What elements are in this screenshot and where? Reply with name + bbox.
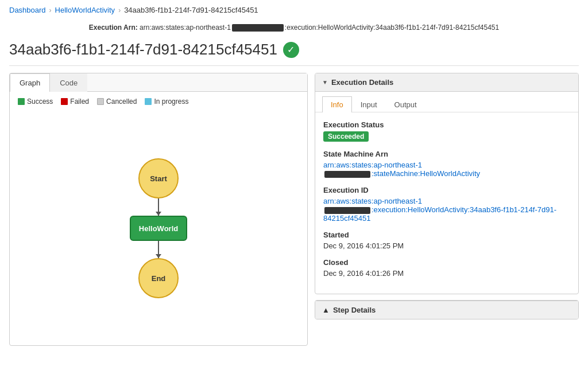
started-value: Dec 9, 2016 4:01:25 PM [323,241,570,250]
legend-failed-box [61,98,68,105]
legend-cancelled-label: Cancelled [106,98,137,106]
success-check-icon: ✓ [283,42,299,58]
execution-id-label: Execution ID [323,186,570,194]
arn-suffix: :execution:HelloWorldActivity:34aab3f6-f… [285,24,499,32]
step-details-title: Step Details [333,306,376,314]
arn-label: Execution Arn: [89,24,138,32]
closed-value: Dec 9, 2016 4:01:26 PM [323,269,570,278]
breadcrumb-sep-2: › [118,6,121,14]
graph-tab-bar: Graph Code [10,73,307,92]
arrow-action-to-end [158,241,159,258]
state-machine-arn-value: arn:aws:states:ap-northeast-1 :stateMach… [323,161,570,178]
legend-inprogress-box [145,98,152,105]
legend-failed: Failed [61,98,89,106]
graph-legend: Success Failed Cancelled In progress [10,92,307,111]
breadcrumb-hello-world-activity[interactable]: HelloWorldActivity [55,6,115,14]
detail-tabs: Info Input Output [315,92,578,112]
step-collapse-triangle-icon[interactable]: ▲ [322,306,330,314]
node-hello-world: HelloWorld [130,216,187,241]
main-layout: Graph Code Success Failed Cancelled In p… [0,66,588,353]
node-end: End [138,258,179,298]
execution-status-label: Execution Status [323,120,570,129]
breadcrumb-sep-1: › [49,6,52,14]
execution-id-value: arn:aws:states:ap-northeast-1 :execution… [323,197,570,223]
execution-details-section: ▼ Execution Details Info Input Output Ex… [315,73,579,294]
legend-success-label: Success [27,98,53,106]
legend-success-box [18,98,25,105]
execution-id-mid: 1 [418,197,422,205]
breadcrumb-execution-id: 34aab3f6-f1b1-214f-7d91-84215cf45451 [124,6,258,14]
field-closed: Closed Dec 9, 2016 4:01:26 PM [323,258,570,278]
tab-graph[interactable]: Graph [10,73,50,92]
arn-prefix: arn:aws:states:ap-northeast-1 [140,24,231,32]
arn-redacted [232,24,284,32]
right-panel: ▼ Execution Details Info Input Output Ex… [315,73,579,346]
page-title: 34aab3f6-f1b1-214f-7d91-84215cf45451 [9,41,277,59]
legend-success: Success [18,98,53,106]
execution-details-title: Execution Details [331,78,393,87]
closed-label: Closed [323,258,570,267]
field-execution-id: Execution ID arn:aws:states:ap-northeast… [323,186,570,223]
field-execution-status: Execution Status Succeeded [323,120,570,142]
field-started: Started Dec 9, 2016 4:01:25 PM [323,231,570,250]
breadcrumb-dashboard[interactable]: Dashboard [9,6,46,14]
started-label: Started [323,231,570,239]
execution-id-link[interactable]: arn:aws:states:ap-northeast-1 :execution… [323,197,556,223]
legend-inprogress: In progress [145,98,188,106]
legend-cancelled-box [97,98,104,105]
tab-input[interactable]: Input [352,96,386,112]
detail-content: Execution Status Succeeded State Machine… [315,112,578,294]
state-machine-arn-mid: 1 [418,161,422,169]
tab-info[interactable]: Info [322,96,352,112]
graph-area: Start HelloWorld End [10,111,307,345]
field-state-machine-arn: State Machine Arn arn:aws:states:ap-nort… [323,150,570,178]
legend-failed-label: Failed [70,98,89,106]
flow-diagram: Start HelloWorld End [130,158,187,298]
graph-panel: Graph Code Success Failed Cancelled In p… [9,73,308,346]
state-machine-arn-suffix: :stateMachine:HelloWorldActivity [372,169,480,178]
execution-status-value: Succeeded [323,131,570,142]
collapse-triangle-icon[interactable]: ▼ [322,79,328,85]
node-start: Start [138,158,179,198]
step-details-header: ▲ Step Details [315,301,578,319]
state-machine-arn-prefix: arn:aws:states:ap-northeast- [323,161,418,169]
tab-output[interactable]: Output [386,96,425,112]
arrow-start-to-action [158,198,159,216]
state-machine-arn-label: State Machine Arn [323,150,570,158]
tab-code[interactable]: Code [50,73,87,92]
execution-id-redacted [324,207,370,214]
status-badge: Succeeded [323,131,369,142]
breadcrumb: Dashboard › HelloWorldActivity › 34aab3f… [0,0,588,20]
legend-inprogress-label: In progress [154,98,188,106]
step-details-section: ▲ Step Details [315,300,579,319]
state-machine-arn-link[interactable]: arn:aws:states:ap-northeast-1 :stateMach… [323,161,480,178]
execution-details-header: ▼ Execution Details [315,73,578,92]
page-title-row: 34aab3f6-f1b1-214f-7d91-84215cf45451 ✓ [0,35,588,65]
arn-bar: Execution Arn: arn:aws:states:ap-northea… [0,20,588,35]
execution-id-prefix: arn:aws:states:ap-northeast- [323,197,418,205]
state-machine-arn-redacted [324,171,370,178]
legend-cancelled: Cancelled [97,98,137,106]
